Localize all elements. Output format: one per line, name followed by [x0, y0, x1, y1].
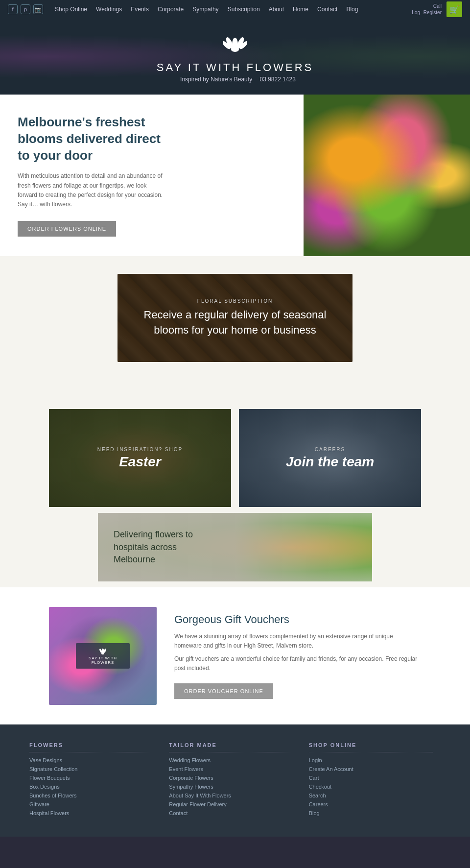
easter-card[interactable]: NEED INSPIRATION? SHOP Easter — [49, 409, 231, 507]
gift-logo-name: SAY IT WITH FLOWERS — [89, 656, 117, 665]
nav-events[interactable]: Events — [131, 6, 149, 13]
footer-hospital-flowers[interactable]: Hospital Flowers — [29, 810, 153, 816]
footer-shop-heading: SHOP ONLINE — [309, 742, 433, 752]
footer-signature-collection[interactable]: Signature Collection — [29, 766, 153, 772]
careers-card[interactable]: CAREERS Join the team — [239, 409, 421, 507]
nav-sympathy[interactable]: Sympathy — [192, 6, 218, 13]
gift-logo-text: SAY IT WITH FLOWERS — [82, 647, 124, 665]
svg-point-1 — [232, 38, 238, 51]
footer-sympathy-flowers[interactable]: Sympathy Flowers — [169, 784, 293, 790]
easter-title: Easter — [119, 454, 161, 470]
nav-shop-online[interactable]: Shop Online — [55, 6, 87, 13]
nav-right-group: Call Log Register 🛒 — [412, 1, 462, 17]
footer-col-tailor-made: TAILOR MADE Wedding Flowers Event Flower… — [161, 742, 301, 819]
hero-title: Melbourne's freshest blooms delivered di… — [18, 114, 174, 164]
subscription-banner[interactable]: FLORAL SUBSCRIPTION Receive a regular de… — [118, 274, 352, 362]
footer-flower-bouquets[interactable]: Flower Bouquets — [29, 775, 153, 781]
footer-corporate-flowers[interactable]: Corporate Flowers — [169, 775, 293, 781]
footer-blog[interactable]: Blog — [309, 810, 433, 816]
hospital-banner[interactable]: Delivering flowers to hospitals across M… — [98, 513, 372, 581]
hero-banner: Melbourne's freshest blooms delivered di… — [0, 95, 470, 256]
two-cards-section: NEED INSPIRATION? SHOP Easter CAREERS Jo… — [0, 409, 470, 507]
footer-about[interactable]: About Say It With Flowers — [169, 793, 293, 798]
tagline-text: Inspired by Nature's Beauty — [180, 76, 252, 83]
gift-logo-overlay: SAY IT WITH FLOWERS — [76, 643, 130, 669]
phone-number: 03 9822 1423 — [259, 76, 295, 83]
subscription-title: Receive a regular delivery of seasonal b… — [137, 308, 333, 338]
footer-box-designs[interactable]: Box Designs — [29, 784, 153, 790]
footer-col-shop-online: SHOP ONLINE Login Create An Account Cart… — [301, 742, 441, 819]
hero-text-area: Melbourne's freshest blooms delivered di… — [0, 95, 304, 256]
hospital-text: Delivering flowers to hospitals across M… — [98, 517, 225, 578]
site-title: SAY IT WITH FLOWERS — [10, 61, 460, 74]
gift-title: Gorgeous Gift Vouchers — [174, 613, 421, 626]
log-register: Log Register — [412, 9, 442, 16]
footer-checkout[interactable]: Checkout — [309, 784, 433, 790]
nav-contact[interactable]: Contact — [317, 6, 337, 13]
nav-links-group: Shop Online Weddings Events Corporate Sy… — [55, 6, 412, 13]
social-icons-group: f p 📷 — [8, 4, 43, 14]
cart-button[interactable]: 🛒 — [446, 1, 462, 17]
gift-description-1: We have a stunning array of flowers comp… — [174, 632, 421, 651]
main-content: Melbourne's freshest blooms delivered di… — [0, 95, 470, 724]
footer-wedding-flowers[interactable]: Wedding Flowers — [169, 757, 293, 763]
footer-search[interactable]: Search — [309, 793, 433, 798]
order-flowers-button[interactable]: ORDER FLOWERS ONLINE — [18, 221, 116, 237]
nav-about[interactable]: About — [269, 6, 284, 13]
footer-bunches-flowers[interactable]: Bunches of Flowers — [29, 793, 153, 798]
subscription-section: FLORAL SUBSCRIPTION Receive a regular de… — [0, 266, 470, 370]
footer-giftware[interactable]: Giftware — [29, 801, 153, 807]
footer-vase-designs[interactable]: Vase Designs — [29, 757, 153, 763]
footer-contact[interactable]: Contact — [169, 810, 293, 816]
log-link[interactable]: Log — [412, 10, 420, 15]
nav-home[interactable]: Home — [293, 6, 308, 13]
careers-title: Join the team — [286, 454, 374, 470]
gift-text-area: Gorgeous Gift Vouchers We have a stunnin… — [174, 613, 421, 699]
nav-subscription[interactable]: Subscription — [228, 6, 260, 13]
careers-sublabel: CAREERS — [315, 447, 345, 452]
hero-description: With meticulous attention to detail and … — [18, 171, 164, 209]
spacer — [0, 380, 470, 409]
subscription-label: FLORAL SUBSCRIPTION — [197, 298, 273, 304]
nav-corporate[interactable]: Corporate — [158, 6, 184, 13]
footer-tailor-heading: TAILOR MADE — [169, 742, 293, 752]
gift-description-2: Our gift vouchers are a wonderful choice… — [174, 654, 421, 673]
nav-call-info: Call Log Register — [412, 3, 442, 16]
footer-col-flowers: FLOWERS Vase Designs Signature Collectio… — [29, 742, 161, 819]
footer-create-account[interactable]: Create An Account — [309, 766, 433, 772]
gift-vouchers-section: SAY IT WITH FLOWERS Gorgeous Gift Vouche… — [0, 587, 470, 724]
facebook-icon[interactable]: f — [8, 4, 18, 14]
site-tagline: Inspired by Nature's Beauty 03 9822 1423 — [10, 76, 460, 83]
gift-image: SAY IT WITH FLOWERS — [49, 607, 157, 705]
footer-event-flowers[interactable]: Event Flowers — [169, 766, 293, 772]
footer-cart[interactable]: Cart — [309, 775, 433, 781]
hospital-section: Delivering flowers to hospitals across M… — [0, 507, 470, 587]
call-label: Call — [412, 3, 442, 9]
footer-flowers-heading: FLOWERS — [29, 742, 153, 752]
svg-point-7 — [102, 649, 104, 654]
nav-blog[interactable]: Blog — [346, 6, 358, 13]
nav-weddings[interactable]: Weddings — [96, 6, 122, 13]
instagram-icon[interactable]: 📷 — [33, 4, 43, 14]
register-link[interactable]: Register — [423, 10, 442, 15]
footer-login[interactable]: Login — [309, 757, 433, 763]
site-header: SAY IT WITH FLOWERS Inspired by Nature's… — [0, 19, 470, 95]
easter-sublabel: NEED INSPIRATION? SHOP — [97, 447, 183, 452]
site-footer: FLOWERS Vase Designs Signature Collectio… — [0, 724, 470, 837]
order-voucher-button[interactable]: ORDER VOUCHER ONLINE — [174, 683, 273, 699]
footer-regular-delivery[interactable]: Regular Flower Delivery — [169, 801, 293, 807]
hero-image — [304, 95, 470, 256]
flower-image-placeholder — [304, 95, 470, 256]
lotus-icon — [10, 32, 460, 57]
footer-careers[interactable]: Careers — [309, 801, 433, 807]
top-navigation: f p 📷 Shop Online Weddings Events Corpor… — [0, 0, 470, 19]
pinterest-icon[interactable]: p — [21, 4, 30, 14]
